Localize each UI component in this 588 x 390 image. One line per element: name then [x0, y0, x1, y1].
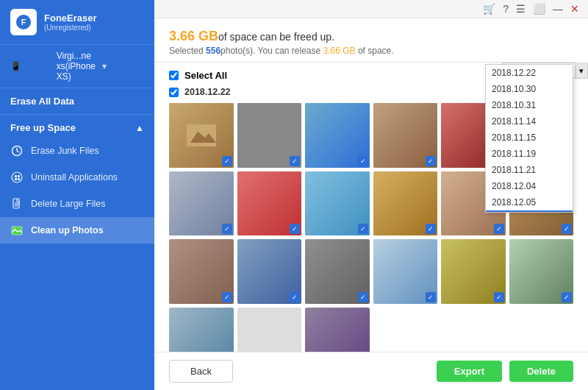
photo-checkbox-7[interactable]: ✓ — [222, 224, 232, 234]
svg-rect-7 — [18, 175, 20, 177]
grid-icon — [10, 171, 24, 184]
clock-icon — [10, 144, 24, 157]
chevron-down-icon: ▾ — [102, 61, 144, 71]
photo-checkbox-18[interactable]: ✓ — [562, 292, 572, 302]
app-unregistered: (Unregistered) — [44, 24, 97, 32]
erase-junk-label: Erase Junk Files — [31, 146, 98, 156]
photo-thumb-14[interactable]: ✓ — [237, 239, 302, 304]
photo-thumb-20[interactable]: ✓ — [237, 308, 302, 352]
photo-thumb-17[interactable]: ✓ — [441, 239, 506, 304]
sub-unit: photo(s) — [220, 46, 253, 56]
window-icon[interactable]: ⬜ — [533, 3, 545, 15]
app-header: F FoneEraser (Unregistered) — [0, 0, 154, 45]
photo-thumb-9[interactable]: ✓ — [305, 171, 370, 236]
section-title: Free up Space — [10, 122, 76, 133]
svg-rect-6 — [15, 175, 17, 177]
photo-thumb-3[interactable]: ✓ — [305, 103, 370, 168]
photo-checkbox-3[interactable]: ✓ — [358, 156, 368, 166]
main-content: 3.66 GBof space can be freed up. Selecte… — [154, 18, 588, 390]
question-icon[interactable]: ? — [503, 3, 509, 15]
photo-checkbox-2[interactable]: ✓ — [290, 156, 300, 166]
photo-thumb-4[interactable]: ✓ — [373, 103, 438, 168]
sidebar-item-erase-junk[interactable]: Erase Junk Files — [0, 138, 154, 164]
delete-button[interactable]: Delete — [509, 361, 573, 382]
dropdown-item-3[interactable]: 2018.11.14 — [486, 113, 573, 130]
photo-thumb-13[interactable]: ✓ — [169, 239, 234, 304]
dropdown-item-8[interactable]: 2018.12.05 — [486, 194, 573, 210]
photo-thumb-7[interactable]: ✓ — [169, 171, 234, 236]
release-size: 3.66 GB — [323, 46, 356, 56]
sidebar-item-clean-photos[interactable]: Clean up Photos — [0, 217, 154, 244]
dropdown-item-2[interactable]: 2018.10.31 — [486, 97, 573, 113]
erase-all-item[interactable]: Erase All Data — [0, 88, 154, 115]
dropdown-item-0[interactable]: 2018.12.22 — [486, 65, 573, 81]
select-all-label: Select All — [184, 70, 227, 81]
svg-line-4 — [17, 151, 19, 152]
device-icon: 📱 — [10, 61, 52, 71]
sidebar-item-uninstall[interactable]: Uninstall Applications — [0, 164, 154, 191]
sidebar-item-delete-large[interactable]: Delete Large Files — [0, 191, 154, 217]
photo-thumb-16[interactable]: ✓ — [373, 239, 438, 304]
content-area: Select All 2018.12.22 ▾ 2018.12.22 2018.… — [154, 63, 588, 352]
photo-checkbox-8[interactable]: ✓ — [290, 224, 300, 234]
back-button[interactable]: Back — [169, 360, 233, 383]
photo-checkbox-17[interactable]: ✓ — [494, 292, 504, 302]
photo-thumb-1[interactable]: ✓ — [169, 103, 234, 168]
header-title: 3.66 GBof space can be freed up. — [169, 29, 394, 44]
photo-thumb-19[interactable]: ✓ — [169, 308, 234, 352]
photo-checkbox-13[interactable]: ✓ — [222, 292, 232, 302]
photo-checkbox-1[interactable]: ✓ — [222, 156, 232, 166]
photo-checkbox-9[interactable]: ✓ — [358, 224, 368, 234]
photo-checkbox-11[interactable]: ✓ — [494, 224, 504, 234]
header-sub: Selected 556photo(s). You can release 3.… — [169, 46, 394, 56]
photo-grid-row4: ✓ ✓ ✓ — [169, 308, 573, 352]
photo-thumb-15[interactable]: ✓ — [305, 239, 370, 304]
photo-checkbox-15[interactable]: ✓ — [358, 292, 368, 302]
title-suffix: of space can be freed up. — [218, 31, 334, 43]
photo-thumb-10[interactable]: ✓ — [373, 171, 438, 236]
photo-grid-row3: ✓ ✓ ✓ ✓ ✓ ✓ — [169, 239, 573, 304]
footer: Back Export Delete — [154, 352, 588, 390]
photo-thumb-2[interactable]: ✓ — [237, 103, 302, 168]
file-icon — [10, 197, 24, 210]
footer-actions: Export Delete — [437, 361, 573, 382]
collapse-icon[interactable]: ▲ — [135, 123, 144, 133]
select-all-checkbox[interactable] — [169, 71, 179, 80]
dropdown-list: 2018.12.22 2018.10.30 2018.10.31 2018.11… — [486, 65, 573, 212]
free-up-space-section: Free up Space ▲ — [0, 115, 154, 138]
app-title-block: FoneEraser (Unregistered) — [44, 13, 97, 32]
export-button[interactable]: Export — [437, 361, 502, 382]
photo-thumb-8[interactable]: ✓ — [237, 171, 302, 236]
main-header: 3.66 GBof space can be freed up. Selecte… — [154, 18, 588, 63]
menu-icon[interactable]: ☰ — [516, 3, 526, 15]
app-logo: F — [10, 9, 37, 35]
dropdown-item-4[interactable]: 2018.11.15 — [486, 130, 573, 146]
dropdown-item-6[interactable]: 2018.11.21 — [486, 162, 573, 178]
selected-count: 556 — [206, 46, 220, 56]
dropdown-item-7[interactable]: 2018.12.04 — [486, 178, 573, 194]
photo-thumb-18[interactable]: ✓ — [509, 239, 574, 304]
delete-large-label: Delete Large Files — [31, 199, 105, 209]
minimize-icon[interactable]: — — [553, 3, 563, 15]
photo-checkbox-14[interactable]: ✓ — [290, 292, 300, 302]
uninstall-label: Uninstall Applications — [31, 172, 118, 182]
photo-checkbox-12[interactable]: ✓ — [562, 224, 572, 234]
dropdown-item-9[interactable]: 2018.12.22 — [486, 210, 573, 212]
date-group-checkbox[interactable] — [169, 88, 179, 97]
close-icon[interactable]: ✕ — [570, 3, 579, 15]
dropdown-item-1[interactable]: 2018.10.30 — [486, 81, 573, 97]
sidebar: F FoneEraser (Unregistered) 📱 Virgi...ne… — [0, 0, 154, 390]
sub-mid: . You can release — [253, 46, 323, 56]
clean-photos-label: Clean up Photos — [31, 225, 104, 235]
date-dropdown: 2018.12.22 2018.10.30 2018.10.31 2018.11… — [485, 64, 573, 213]
dropdown-arrow[interactable]: ▾ — [576, 63, 588, 79]
device-label: Virgi...ne xs(iPhone XS) — [57, 51, 98, 82]
photo-checkbox-10[interactable]: ✓ — [426, 224, 436, 234]
device-selector[interactable]: 📱 Virgi...ne xs(iPhone XS) ▾ — [0, 45, 154, 88]
photo-checkbox-16[interactable]: ✓ — [426, 292, 436, 302]
photo-checkbox-4[interactable]: ✓ — [426, 156, 436, 166]
photo-thumb-21[interactable]: ✓ — [305, 308, 370, 352]
app-name: FoneEraser — [44, 13, 97, 24]
cart-icon[interactable]: 🛒 — [483, 3, 495, 15]
dropdown-item-5[interactable]: 2018.11.19 — [486, 146, 573, 162]
